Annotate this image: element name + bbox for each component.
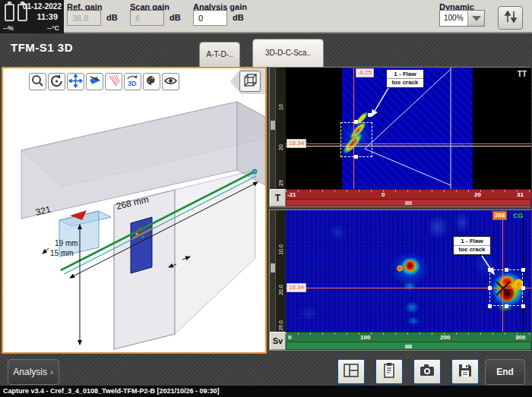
selection-handle[interactable] <box>521 286 525 290</box>
tt-selection-box[interactable] <box>340 122 372 157</box>
bottom-toolbar: Analysis ˄ <box>0 354 532 386</box>
clipboard-icon[interactable] <box>375 358 404 385</box>
selection-handle[interactable] <box>521 268 525 272</box>
slice-indication-dot <box>141 235 144 238</box>
depth1-label: 19 mm <box>55 239 78 247</box>
annotation-arrow <box>372 88 388 116</box>
orbit-rotate-icon[interactable] <box>48 73 65 90</box>
capture-app-window: 01-12-2022 11:39 --% --°C Ref. gain dB S… <box>0 0 532 397</box>
tt-y-tick: 20 <box>277 139 285 156</box>
sv-horizontal-scrollbar[interactable] <box>286 342 531 350</box>
selection-handle[interactable] <box>488 304 492 308</box>
sv-y-axis-ruler: 10.0 20.0 29.0 <box>276 210 286 332</box>
report-layout-icon[interactable] <box>337 358 366 385</box>
tt-y-tick: 10 <box>277 99 285 115</box>
chevron-down-icon <box>472 16 481 21</box>
selection-handle[interactable] <box>521 304 525 308</box>
beam-icon[interactable] <box>105 73 122 90</box>
sv-cursor-x-value: 268 <box>492 211 507 220</box>
3d-view-panel[interactable]: 3D <box>2 67 267 354</box>
sv-cursor-y-value: 18.34 <box>287 283 306 292</box>
sv-y-tick: 20.0 <box>277 282 285 298</box>
tt-scan-panel: 10 20 29 <box>269 67 530 207</box>
selection-handle[interactable] <box>368 113 372 117</box>
top-bar: 01-12-2022 11:39 --% --°C Ref. gain dB S… <box>0 0 532 33</box>
temperature-display: --°C <box>47 24 59 32</box>
tt-cursor-y-value: 18.34 <box>287 139 306 148</box>
weld-end-marker <box>252 169 257 174</box>
status-bar: Capture v3.4 - Cref_3_4_0108_Tweld-TFM-P… <box>0 386 532 397</box>
tt-x-tick: 20 <box>474 191 481 198</box>
selection-handle[interactable] <box>505 304 508 308</box>
sv-hscroll-handle[interactable] <box>405 345 412 348</box>
sv-x-tick: 200 <box>440 334 450 341</box>
tt-vertical-scrollbar[interactable] <box>270 68 276 189</box>
pan-icon[interactable] <box>67 73 84 90</box>
sv-x-tick: 100 <box>360 334 370 341</box>
tt-cursor-x-value: -6.25 <box>356 68 374 77</box>
view-cube-control <box>230 68 265 94</box>
tab-a-t-d[interactable]: A-T-D-.. <box>199 42 240 67</box>
analysis-menu-button[interactable]: Analysis ˄ <box>8 359 59 385</box>
up-down-arrows-icon <box>503 9 518 24</box>
tt-x-tick: 0 <box>382 191 385 198</box>
sv-x-tick: 0 <box>288 334 291 341</box>
svg-text:3D: 3D <box>128 80 137 87</box>
battery-percent: --% <box>3 24 14 32</box>
selection-handle[interactable] <box>488 268 492 272</box>
tt-horizontal-scrollbar[interactable] <box>286 199 531 206</box>
end-button[interactable]: End <box>485 359 525 385</box>
tt-corner-label[interactable]: T <box>270 189 286 206</box>
3d-scene[interactable]: 268 mm 321 19 mm 15 mm <box>3 94 265 352</box>
flaw-annotation[interactable]: 1 - Flaw toe crack <box>386 69 424 88</box>
analysis-gain-unit: dB <box>233 13 244 22</box>
dropdown-arrow-button[interactable] <box>467 11 484 26</box>
device-info-box: 01-12-2022 11:39 --% --°C <box>0 0 64 33</box>
sv-scan-panel: 10.0 20.0 29.0 <box>269 210 530 351</box>
battery-icon <box>5 4 14 21</box>
selection-handle[interactable] <box>354 155 358 159</box>
selection-handle[interactable] <box>354 120 358 124</box>
selection-handle[interactable] <box>505 268 508 272</box>
3d-rotate-icon[interactable]: 3D <box>124 73 141 90</box>
depth2-label: 15 mm <box>50 249 74 257</box>
selection-handle[interactable] <box>488 286 492 290</box>
dynamic-range-button[interactable] <box>498 6 523 30</box>
time-display: 11:39 <box>36 12 58 21</box>
tcg-label: CG <box>513 212 524 219</box>
sv-corner-label[interactable]: Sv <box>270 332 286 350</box>
sv-image[interactable]: 18.34 268 CG 1 - Flaw toe crack <box>286 210 531 332</box>
tt-hscroll-handle[interactable] <box>405 201 412 205</box>
flaw-annotation[interactable]: 1 - Flaw toe crack <box>453 236 491 255</box>
scan-gain-input[interactable] <box>130 10 164 26</box>
palette-icon[interactable] <box>143 73 160 90</box>
tab-3d-d-c-scan[interactable]: 3D-D-C-Sca.. <box>252 39 324 67</box>
camera-icon[interactable] <box>413 358 442 385</box>
sv-y-tick: 10.0 <box>277 241 285 258</box>
tt-vscroll-handle[interactable] <box>271 121 275 130</box>
probe-icon[interactable] <box>86 73 103 90</box>
ref-gain-unit: dB <box>106 13 118 22</box>
tt-view-tag: TT <box>518 70 527 78</box>
tt-x-tick: -21 <box>287 191 296 198</box>
magnifier-icon[interactable] <box>29 73 46 90</box>
sv-vscroll-handle[interactable] <box>271 263 275 273</box>
depth-leader-arrow <box>43 248 49 254</box>
dynamic-dropdown[interactable]: 100% <box>439 10 485 27</box>
eye-icon[interactable] <box>162 73 179 90</box>
tt-x-axis-ruler: -21 0 20 31 <box>286 189 531 199</box>
sv-x-tick: 300 <box>515 334 525 341</box>
view-cube-icon[interactable] <box>239 71 261 92</box>
sv-x-ticks <box>286 332 531 335</box>
date-display: 01-12-2022 <box>23 2 62 11</box>
save-icon[interactable] <box>451 358 480 385</box>
scan-gain-unit: dB <box>169 13 181 22</box>
tt-x-tick: 31 <box>517 191 524 198</box>
sv-selection-box[interactable] <box>489 269 523 306</box>
dynamic-value: 100% <box>444 14 464 22</box>
analysis-gain-input[interactable] <box>193 10 227 26</box>
ref-gain-input[interactable] <box>67 10 101 26</box>
tt-x-ticks <box>286 190 531 192</box>
tt-image[interactable]: -6.25 18.34 1 - Flaw toe crack TT <box>286 68 531 189</box>
sv-vertical-scrollbar[interactable] <box>270 210 276 332</box>
